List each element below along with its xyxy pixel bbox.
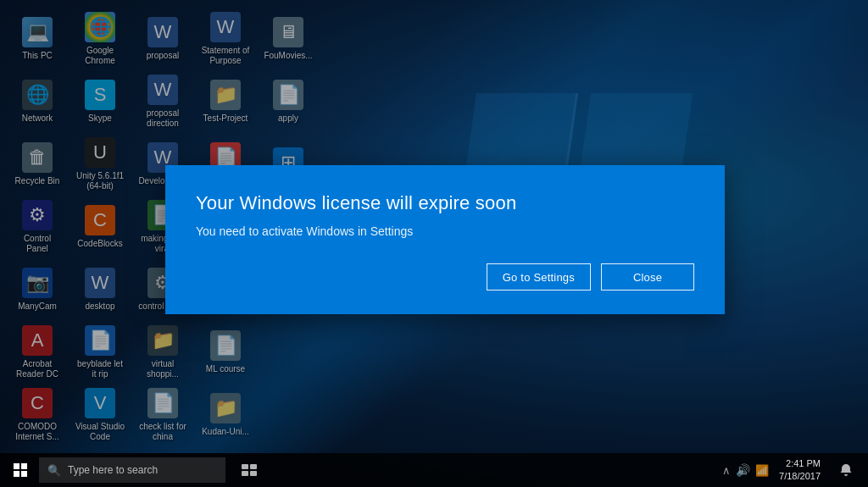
clock-time: 2:41 PM xyxy=(786,457,821,470)
svg-rect-1 xyxy=(21,463,27,469)
svg-rect-5 xyxy=(250,464,257,469)
system-tray: ∧ 🔊 📶 xyxy=(722,463,769,477)
license-dialog: Your Windows license will expire soon Yo… xyxy=(165,165,725,314)
dialog-buttons: Go to Settings Close xyxy=(196,263,694,291)
search-placeholder-text: Type here to search xyxy=(68,464,158,476)
svg-rect-2 xyxy=(14,471,19,477)
svg-rect-0 xyxy=(14,463,19,469)
taskbar-middle xyxy=(232,453,266,487)
clock[interactable]: 2:41 PM 7/18/2017 xyxy=(772,457,827,484)
network-icon[interactable]: 📶 xyxy=(755,464,769,477)
go-to-settings-button[interactable]: Go to Settings xyxy=(487,263,591,291)
desktop: 💻This PC🌐Google ChromeWproposalWStatemen… xyxy=(0,0,868,487)
dialog-subtitle: You need to activate Windows in Settings xyxy=(196,224,694,238)
task-view-button[interactable] xyxy=(232,453,266,487)
start-button[interactable] xyxy=(3,453,37,487)
svg-rect-6 xyxy=(242,471,248,476)
taskbar: 🔍 Type here to search ∧ 🔊 📶 2:41 PM 7/18… xyxy=(0,453,868,487)
svg-rect-3 xyxy=(21,471,27,477)
search-bar[interactable]: 🔍 Type here to search xyxy=(39,457,225,483)
taskbar-right: ∧ 🔊 📶 2:41 PM 7/18/2017 xyxy=(722,453,865,487)
close-button[interactable]: Close xyxy=(601,263,694,291)
notification-button[interactable] xyxy=(831,453,861,487)
speaker-icon[interactable]: 🔊 xyxy=(736,463,750,477)
clock-date: 7/18/2017 xyxy=(779,470,821,483)
svg-rect-4 xyxy=(242,464,248,469)
tray-icons: ∧ xyxy=(722,464,731,477)
search-icon: 🔍 xyxy=(47,464,61,477)
svg-rect-7 xyxy=(250,471,257,476)
dialog-title: Your Windows license will expire soon xyxy=(196,192,694,214)
